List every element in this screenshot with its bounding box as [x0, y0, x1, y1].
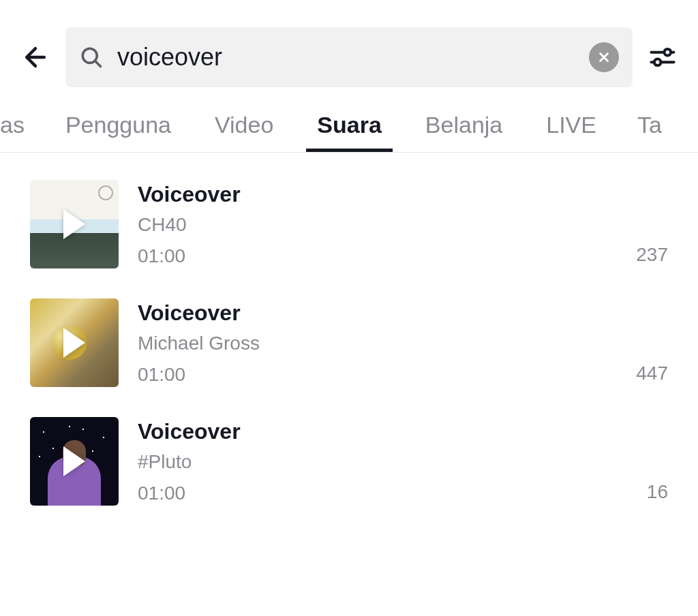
search-icon	[79, 45, 104, 70]
sound-thumbnail[interactable]	[30, 417, 119, 506]
arrow-left-icon	[20, 42, 50, 72]
play-icon	[63, 446, 85, 476]
sound-count: 16	[647, 481, 668, 506]
play-icon	[63, 209, 85, 239]
search-input[interactable]	[117, 43, 575, 72]
sound-artist: CH40	[138, 214, 617, 236]
sound-count: 447	[636, 363, 668, 387]
tabs: as Pengguna Video Suara Belanja LIVE Ta	[0, 104, 698, 153]
sliders-icon	[648, 42, 678, 72]
sound-thumbnail[interactable]	[30, 180, 119, 268]
tab-live[interactable]: LIVE	[524, 112, 618, 152]
tab-video[interactable]: Video	[193, 112, 295, 152]
sound-item[interactable]: Voiceover #Pluto 01:00 16	[30, 417, 668, 506]
results-list: Voiceover CH40 01:00 237 Voiceover Micha…	[0, 153, 698, 506]
sound-info: Voiceover CH40 01:00	[138, 182, 617, 267]
sound-thumbnail[interactable]	[30, 298, 119, 387]
search-bar[interactable]	[65, 27, 633, 87]
sound-artist: Michael Gross	[138, 333, 617, 354]
sound-duration: 01:00	[138, 482, 628, 504]
sound-title: Voiceover	[138, 301, 617, 326]
svg-line-1	[95, 61, 101, 67]
sound-info: Voiceover #Pluto 01:00	[138, 419, 628, 504]
sound-duration: 01:00	[138, 245, 617, 267]
sound-info: Voiceover Michael Gross 01:00	[138, 301, 617, 386]
svg-point-5	[654, 59, 661, 66]
sound-item[interactable]: Voiceover CH40 01:00 237	[30, 180, 668, 268]
tab-partial-left[interactable]: as	[0, 112, 44, 152]
svg-point-3	[665, 49, 671, 56]
play-icon	[63, 328, 85, 358]
tab-belanja[interactable]: Belanja	[404, 112, 524, 152]
sound-title: Voiceover	[138, 419, 628, 444]
tab-suara[interactable]: Suara	[295, 112, 404, 152]
sound-count: 237	[636, 244, 668, 268]
sound-item[interactable]: Voiceover Michael Gross 01:00 447	[30, 298, 668, 387]
back-button[interactable]	[16, 38, 55, 76]
sound-duration: 01:00	[138, 364, 617, 386]
tab-pengguna[interactable]: Pengguna	[44, 112, 193, 152]
search-header	[0, 0, 698, 104]
filter-button[interactable]	[643, 38, 682, 76]
sound-title: Voiceover	[138, 182, 617, 207]
clear-search-button[interactable]	[589, 42, 619, 72]
sound-artist: #Pluto	[138, 451, 628, 473]
tab-partial-right[interactable]: Ta	[618, 112, 662, 152]
close-icon	[596, 50, 611, 65]
